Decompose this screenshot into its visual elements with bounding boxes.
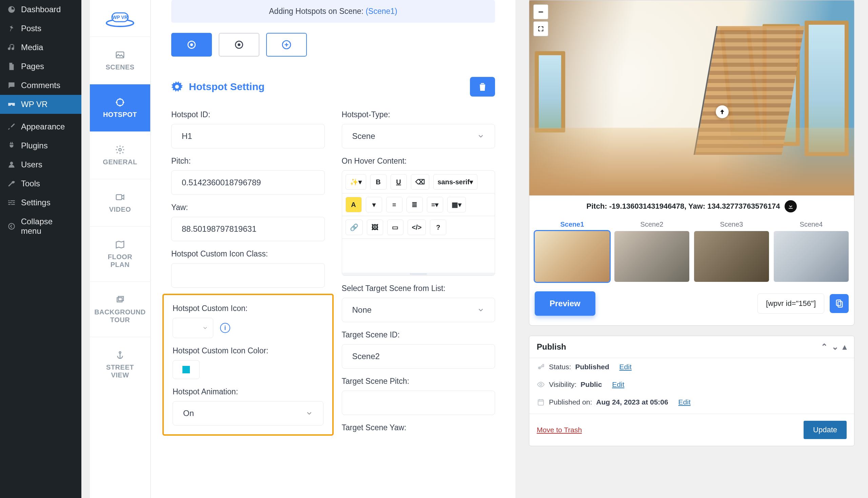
rte-fontcolor-button[interactable]: A — [345, 197, 362, 212]
rte-ol-button[interactable]: ≣ — [407, 197, 423, 212]
rte-image-button[interactable]: 🖼 — [367, 220, 383, 235]
rte-fontcolor-caret[interactable]: ▾ — [366, 197, 382, 212]
tab-background-tour[interactable]: BACKGROUNDTOUR — [90, 281, 150, 337]
nav-media[interactable]: Media — [0, 38, 81, 57]
info-icon[interactable]: i — [220, 323, 230, 333]
hotspot-marker[interactable] — [716, 105, 729, 118]
svg-point-10 — [119, 352, 121, 353]
hotspot-id-input[interactable] — [171, 124, 325, 148]
nav-comments[interactable]: Comments — [0, 76, 81, 95]
rte-textarea[interactable] — [342, 239, 495, 273]
rte-table-button[interactable]: ▦▾ — [447, 197, 466, 212]
tab-scenes[interactable]: SCENES — [90, 37, 150, 84]
panorama-preview[interactable]: − — [529, 0, 854, 196]
scene-thumb-label: Scene1 — [560, 221, 584, 228]
plug-icon — [7, 141, 16, 150]
nav-appearance[interactable]: Appearance — [0, 117, 81, 136]
move-to-trash-link[interactable]: Move to Trash — [537, 426, 582, 434]
rte-link-button[interactable]: 🔗 — [345, 220, 363, 235]
notice-scene-link[interactable]: (Scene1) — [366, 7, 397, 16]
rte-help-button[interactable]: ? — [430, 220, 446, 235]
nav-label: Plugins — [21, 141, 48, 150]
update-button[interactable]: Update — [804, 421, 847, 439]
edit-date-link[interactable]: Edit — [678, 398, 691, 406]
hotspot-tab-add[interactable] — [266, 33, 307, 56]
target-scene-select[interactable]: None — [342, 298, 495, 322]
nav-dashboard[interactable]: Dashboard — [0, 0, 81, 19]
tab-floorplan[interactable]: FLOORPLAN — [90, 226, 150, 281]
tab-street-view[interactable]: STREETVIEW — [90, 337, 150, 392]
scene-thumb-3[interactable]: Scene3 — [694, 221, 769, 282]
metabox-down-button[interactable]: ⌄ — [832, 342, 839, 352]
rte-bold-button[interactable]: B — [370, 174, 386, 190]
tab-label: HOTSPOT — [103, 111, 137, 119]
rte-erase-button[interactable]: ⌫ — [411, 174, 429, 190]
download-coords-button[interactable] — [784, 200, 797, 212]
target-pitch-input[interactable] — [342, 391, 495, 415]
pitch-input[interactable] — [171, 170, 325, 195]
wp-admin-sidebar: Dashboard Posts Media Pages Comments WP … — [0, 0, 81, 498]
svg-rect-20 — [538, 400, 544, 405]
hotspot-tab-1[interactable] — [171, 33, 212, 56]
status-value: Published — [575, 363, 609, 371]
edit-status-link[interactable]: Edit — [620, 363, 632, 371]
scene-thumb-2[interactable]: Scene2 — [614, 221, 689, 282]
section-title: Hotspot Setting — [171, 81, 265, 92]
svg-rect-9 — [118, 297, 124, 301]
edit-visibility-link[interactable]: Edit — [612, 380, 624, 389]
nav-wpvr[interactable]: WP VR — [0, 95, 81, 114]
hotspot-tab-2[interactable] — [219, 33, 259, 56]
hotspot-type-select[interactable]: Scene — [342, 124, 495, 148]
scene-thumb-image — [614, 231, 689, 282]
rte-resize-handle[interactable] — [342, 273, 495, 275]
nav-plugins[interactable]: Plugins — [0, 136, 81, 155]
custom-icon-picker[interactable] — [173, 318, 213, 338]
tab-label: VIDEO — [109, 206, 131, 213]
target-id-input[interactable] — [342, 344, 495, 369]
nav-users[interactable]: Users — [0, 155, 81, 174]
svg-text:WP VR: WP VR — [112, 15, 128, 20]
delete-hotspot-button[interactable] — [470, 77, 495, 96]
nav-pages[interactable]: Pages — [0, 57, 81, 76]
pitch-yaw-readout: Pitch: -19.136031431946478, Yaw: 134.327… — [587, 202, 780, 211]
rte-video-button[interactable]: ▭ — [387, 220, 404, 235]
publish-title: Publish — [537, 342, 566, 352]
anchor-icon — [115, 350, 125, 360]
rte-font-select[interactable]: sans-serif ▾ — [433, 174, 478, 190]
rte-align-button[interactable]: ≡▾ — [427, 197, 443, 212]
tab-hotspot[interactable]: HOTSPOT — [90, 84, 150, 131]
metabox-up-button[interactable]: ⌃ — [821, 342, 828, 352]
tab-label: STREETVIEW — [106, 364, 134, 379]
scene-thumb-4[interactable]: Scene4 — [774, 221, 849, 282]
copy-shortcode-button[interactable] — [830, 294, 849, 313]
preview-button[interactable]: Preview — [535, 291, 596, 316]
animation-select[interactable]: On — [173, 401, 323, 425]
pitch-label: Pitch: — [171, 157, 325, 166]
visibility-value: Public — [580, 380, 602, 389]
rte-code-button[interactable]: </> — [408, 220, 426, 235]
target-id-label: Target Scene ID: — [342, 330, 495, 339]
nav-posts[interactable]: Posts — [0, 19, 81, 38]
yaw-input[interactable] — [171, 217, 325, 241]
tab-video[interactable]: VIDEO — [90, 179, 150, 226]
scene-thumb-image — [774, 231, 849, 282]
nav-tools[interactable]: Tools — [0, 174, 81, 193]
icon-color-label: Hotspot Custom Icon Color: — [173, 346, 323, 355]
nav-label: Collapse menu — [21, 217, 75, 236]
nav-collapse[interactable]: Collapse menu — [0, 212, 81, 240]
custom-icon-label: Hotspot Custom Icon: — [173, 304, 323, 313]
zoom-out-button[interactable]: − — [533, 4, 548, 19]
icon-class-input[interactable] — [171, 263, 325, 288]
scene-thumb-1[interactable]: Scene1 — [535, 221, 610, 282]
tab-label: SCENES — [105, 63, 134, 71]
rte-magic-button[interactable]: ✨▾ — [345, 174, 366, 190]
nav-settings[interactable]: Settings — [0, 193, 81, 212]
rte-underline-button[interactable]: U — [391, 174, 407, 190]
video-icon — [115, 192, 125, 202]
metabox-toggle-button[interactable]: ▴ — [843, 342, 847, 352]
gauge-icon — [7, 5, 16, 14]
fullscreen-button[interactable] — [533, 21, 548, 36]
icon-color-picker[interactable] — [173, 360, 200, 379]
tab-general[interactable]: GENERAL — [90, 131, 150, 179]
rte-ul-button[interactable]: ≡ — [386, 197, 403, 212]
